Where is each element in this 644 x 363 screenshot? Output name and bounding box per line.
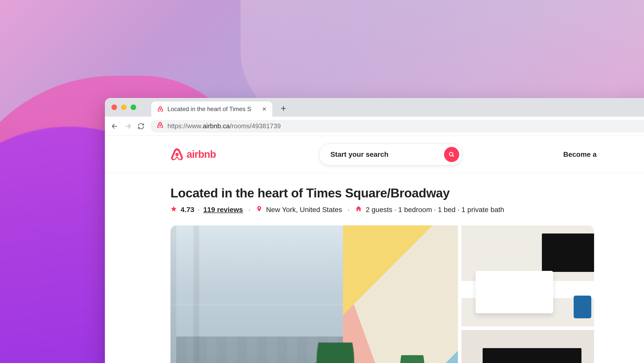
star-icon: [170, 205, 177, 214]
listing-rating: 4.73: [181, 206, 194, 214]
nav-reload-button[interactable]: [137, 122, 145, 130]
new-tab-button[interactable]: +: [278, 103, 288, 114]
listing-meta: 4.73 · 119 reviews · New York, United St…: [170, 205, 594, 214]
airbnb-favicon-icon: [157, 106, 163, 112]
home-icon: [355, 205, 362, 214]
listing-location: New York, United States: [266, 206, 342, 214]
tab-title: Located in the heart of Times S: [167, 106, 257, 113]
listing-photo-4[interactable]: [461, 330, 594, 363]
search-placeholder: Start your search: [330, 150, 388, 159]
browser-titlebar: Located in the heart of Times S × +: [105, 98, 644, 117]
search-button[interactable]: [444, 147, 459, 162]
listing-capacity: 2 guests · 1 bedroom · 1 bed · 1 private…: [366, 206, 504, 214]
listing-section: Located in the heart of Times Square/Bro…: [105, 173, 644, 363]
url-text: https://www.airbnb.ca/rooms/49381739: [167, 122, 281, 130]
window-controls: [111, 105, 136, 117]
browser-window: Located in the heart of Times S × + http…: [105, 98, 644, 363]
separator: ·: [346, 206, 352, 214]
listing-reviews-link[interactable]: 119 reviews: [203, 206, 243, 214]
separator: ·: [198, 206, 200, 214]
listing-photo-main[interactable]: [170, 225, 458, 363]
become-host-link[interactable]: Become a: [563, 150, 597, 159]
listing-photo-2[interactable]: [461, 225, 594, 326]
listing-title: Located in the heart of Times Square/Bro…: [170, 186, 594, 200]
tab-close-button[interactable]: ×: [261, 106, 268, 113]
separator: ·: [247, 206, 252, 214]
airbnb-favicon-icon: [157, 122, 163, 130]
airbnb-logo[interactable]: airbnb: [170, 148, 216, 161]
search-icon: [448, 151, 455, 158]
window-close-button[interactable]: [111, 105, 117, 110]
nav-forward-button[interactable]: [124, 122, 132, 130]
nav-back-button[interactable]: [111, 122, 119, 130]
search-bar[interactable]: Start your search: [319, 144, 462, 165]
photo-gallery: [170, 225, 594, 363]
address-bar[interactable]: https://www.airbnb.ca/rooms/49381739: [150, 120, 644, 133]
site-header: airbnb Start your search Become a: [105, 136, 644, 173]
window-minimize-button[interactable]: [121, 105, 127, 110]
browser-toolbar: https://www.airbnb.ca/rooms/49381739: [105, 117, 644, 136]
airbnb-logo-icon: [170, 148, 184, 161]
browser-tab[interactable]: Located in the heart of Times S ×: [151, 101, 272, 117]
location-pin-icon: [256, 205, 262, 214]
page-content: airbnb Start your search Become a Locate…: [105, 136, 644, 363]
window-maximize-button[interactable]: [131, 105, 136, 110]
svg-point-0: [449, 152, 453, 156]
brand-text: airbnb: [187, 149, 216, 160]
